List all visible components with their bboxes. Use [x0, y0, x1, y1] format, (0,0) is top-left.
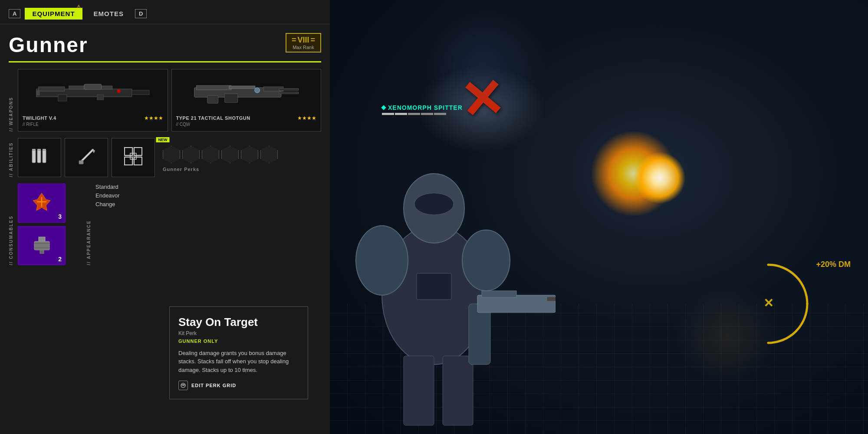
- weapon-img-rifle: [23, 74, 163, 113]
- svg-point-43: [181, 385, 182, 385]
- consumable-card-2[interactable]: 2: [18, 226, 66, 265]
- weapon-type-shotgun: // CQW: [176, 122, 317, 127]
- svg-rect-27: [125, 148, 132, 155]
- tooltip-popup: Stay On Target Kit Perk GUNNER ONLY Deal…: [169, 306, 308, 400]
- explosion-2: [634, 152, 686, 204]
- perk-area: NEW Gunner Perks: [163, 138, 278, 175]
- ability-card-targeting[interactable]: [112, 138, 155, 177]
- top-nav: A EQUIPMENT EMOTES D ⚠: [0, 0, 330, 24]
- svg-rect-5: [97, 95, 104, 100]
- svg-rect-14: [224, 94, 237, 102]
- edit-perk-label[interactable]: EDIT PERK GRID: [191, 383, 236, 388]
- svg-rect-30: [134, 157, 142, 165]
- perk-hexes: [163, 146, 278, 163]
- ability-card-ammo[interactable]: [18, 138, 61, 177]
- tab-equipment[interactable]: EQUIPMENT: [25, 8, 82, 20]
- warning-icon: ⚠: [76, 3, 82, 10]
- consumable-count-1: 3: [58, 213, 62, 220]
- svg-rect-52: [404, 356, 434, 425]
- svg-rect-21: [32, 149, 36, 151]
- svg-point-6: [117, 89, 121, 93]
- hex-4[interactable]: [221, 146, 239, 163]
- hex-5[interactable]: [241, 146, 258, 163]
- ability-card-grenade[interactable]: [65, 138, 108, 177]
- abilities-label: // ABILITIES: [9, 138, 13, 177]
- player-svg: [339, 87, 556, 434]
- targeting-icon: [122, 145, 144, 170]
- svg-rect-37: [39, 237, 45, 241]
- svg-rect-38: [34, 241, 49, 250]
- consumable-icon-2: [32, 235, 52, 257]
- tooltip-action[interactable]: EDIT PERK GRID: [178, 381, 299, 390]
- svg-rect-56: [477, 295, 556, 312]
- hex-3[interactable]: [202, 146, 219, 163]
- rank-bar: [9, 61, 321, 62]
- svg-rect-12: [207, 95, 218, 103]
- weapon-stars-rifle: ★★★★: [144, 115, 163, 121]
- shotgun-svg: [176, 78, 317, 108]
- weapon-name-shotgun: TYPE 21 TACTICAL SHOTGUN: [176, 115, 250, 121]
- hex-1[interactable]: [163, 146, 180, 163]
- damage-bonus: +20% DM: [816, 260, 851, 269]
- svg-rect-10: [196, 85, 231, 90]
- appearance-item-change[interactable]: Change: [95, 201, 120, 207]
- weapon-card-rifle[interactable]: TWILIGHT V.4 ★★★★ // RIFLE: [18, 69, 168, 132]
- appearance-item-standard[interactable]: Standard: [95, 184, 120, 190]
- consumable-icon-1: [31, 191, 53, 216]
- svg-rect-57: [482, 291, 516, 297]
- perk-label: Gunner Perks: [163, 167, 278, 172]
- controller-icon: [178, 381, 188, 390]
- svg-rect-19: [37, 150, 41, 163]
- weapon-img-shotgun: [176, 74, 317, 113]
- tooltip-exclusive: GUNNER ONLY: [178, 339, 299, 344]
- ammo-icon: [29, 145, 50, 170]
- svg-rect-28: [134, 148, 142, 155]
- svg-rect-29: [125, 157, 132, 165]
- weapons-section: // WEAPONS: [9, 69, 321, 132]
- appearance-label: // APPEARANCE: [86, 184, 91, 265]
- weapon-card-shotgun[interactable]: TYPE 21 TACTICAL SHOTGUN ★★★★ // CQW: [171, 69, 322, 132]
- left-panel: A EQUIPMENT EMOTES D ⚠ Gunner VIII Max R…: [0, 0, 330, 434]
- tooltip-subtitle: Kit Perk: [178, 330, 299, 336]
- targeting-ring: ✕: [725, 260, 812, 347]
- svg-rect-7: [36, 90, 40, 95]
- right-panel: XENOMORPH SPITTER ✕: [330, 0, 868, 434]
- weapons-label: // WEAPONS: [9, 69, 13, 132]
- tooltip-title: Stay On Target: [178, 316, 299, 329]
- nav-btn-d[interactable]: D: [135, 9, 147, 18]
- svg-rect-46: [182, 385, 184, 385]
- svg-rect-18: [32, 150, 36, 163]
- svg-rect-53: [443, 356, 473, 425]
- tab-emotes[interactable]: EMOTES: [87, 8, 131, 19]
- char-name: Gunner: [9, 33, 88, 57]
- weapon-name-rifle: TWILIGHT V.4: [23, 115, 56, 121]
- char-section: Gunner VIII Max Rank: [0, 24, 330, 61]
- svg-rect-8: [84, 84, 102, 89]
- nav-btn-a[interactable]: A: [9, 9, 20, 18]
- rank-label: Max Rank: [292, 45, 315, 50]
- knife-icon: [76, 145, 97, 170]
- hex-6[interactable]: [260, 146, 278, 163]
- svg-point-48: [356, 226, 408, 295]
- abilities-section: // ABILITIES: [9, 138, 321, 177]
- svg-rect-16: [279, 89, 298, 90]
- svg-text:✕: ✕: [763, 296, 773, 310]
- weapon-info-shotgun: TYPE 21 TACTICAL SHOTGUN ★★★★: [176, 115, 317, 121]
- svg-rect-20: [43, 150, 46, 163]
- rifle-svg: [23, 78, 163, 108]
- appearance-item-endeavor[interactable]: Endeavor: [95, 192, 120, 199]
- hex-2[interactable]: [182, 146, 200, 163]
- svg-rect-17: [279, 92, 298, 94]
- svg-rect-4: [58, 95, 67, 101]
- svg-rect-55: [469, 304, 490, 365]
- weapon-stars-shotgun: ★★★★: [297, 115, 316, 121]
- rank-badge: VIII Max Rank: [286, 33, 321, 53]
- tooltip-description: Dealing damage grants you bonus damage s…: [178, 349, 299, 375]
- player-area: [339, 87, 556, 434]
- svg-rect-22: [37, 149, 41, 151]
- svg-point-15: [254, 88, 260, 93]
- consumable-card-1[interactable]: 3: [18, 184, 66, 223]
- svg-rect-54: [417, 273, 451, 299]
- weapons-grid: TWILIGHT V.4 ★★★★ // RIFLE: [18, 69, 321, 132]
- svg-point-49: [462, 230, 510, 291]
